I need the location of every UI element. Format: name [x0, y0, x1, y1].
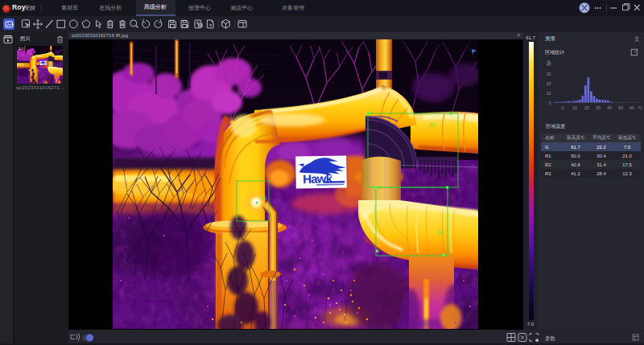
svg-text:0: 0 — [549, 101, 551, 105]
svg-text:参数: 参数 — [545, 335, 556, 341]
svg-text:40: 40 — [547, 62, 551, 67]
svg-text:30: 30 — [596, 105, 601, 110]
svg-text:50: 50 — [618, 105, 623, 110]
svg-text:10: 10 — [547, 91, 551, 96]
svg-text:0: 0 — [562, 105, 564, 110]
svg-text:10: 10 — [572, 105, 577, 110]
svg-text:60: 60 — [630, 105, 634, 110]
svg-text:20: 20 — [584, 105, 589, 110]
svg-text:40: 40 — [607, 105, 612, 110]
svg-text:℃: ℃ — [638, 105, 642, 110]
svg-text:30: 30 — [547, 72, 551, 76]
svg-text:20: 20 — [547, 81, 551, 86]
